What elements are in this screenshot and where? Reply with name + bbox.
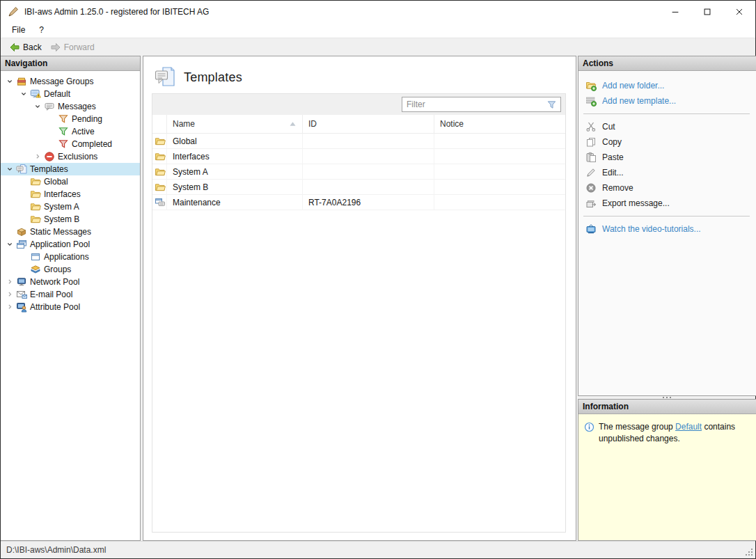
tree-label: Default (44, 89, 70, 99)
sidebar-item-system-a[interactable]: System A (1, 200, 140, 213)
sidebar-item-static-messages[interactable]: Static Messages (1, 226, 140, 238)
sidebar-item-pending[interactable]: Pending (1, 113, 140, 125)
table-row[interactable]: System A (152, 164, 565, 180)
table-row[interactable]: System B (152, 180, 565, 195)
filter-input[interactable] (402, 100, 546, 109)
tree-label: Groups (44, 265, 71, 274)
static-messages-icon (16, 226, 27, 237)
back-arrow-icon (9, 42, 20, 53)
tree-label: Messages (58, 102, 96, 111)
minimize-icon (670, 7, 680, 17)
paste-action[interactable]: Paste (578, 150, 756, 165)
forward-arrow-icon (50, 42, 61, 53)
remove-icon (585, 182, 597, 194)
monitor-warning-icon (30, 88, 41, 100)
menu-file[interactable]: File (1, 22, 32, 38)
table-row[interactable]: Interfaces (152, 149, 565, 164)
action-label: Edit... (602, 168, 624, 178)
forward-button[interactable]: Forward (46, 40, 99, 55)
tree-label: Network Pool (30, 277, 79, 287)
cut-icon (585, 121, 597, 132)
header-name-column[interactable]: Name (167, 115, 303, 133)
add-folder-icon (585, 80, 597, 91)
minimize-button[interactable] (659, 1, 691, 22)
action-label: Add new folder... (602, 81, 664, 90)
tree-label: Attribute Pool (30, 302, 80, 312)
sidebar-item-attribute-pool[interactable]: Attribute Pool (1, 301, 140, 313)
data-file-path: D:\IBI-aws\Admin\Data.xml (6, 545, 106, 555)
action-label: Paste (602, 152, 624, 162)
add-new-folder-action[interactable]: Add new folder... (578, 78, 756, 93)
folder-icon (30, 189, 41, 200)
maximize-icon (702, 7, 712, 17)
tree-label: System A (44, 202, 79, 212)
column-label: ID (308, 119, 317, 129)
sidebar-item-active[interactable]: Active (1, 125, 140, 138)
chevron-down-icon[interactable] (5, 77, 15, 86)
table-row[interactable]: Maintenance RT-7A0A2196 (152, 195, 565, 210)
menu-help[interactable]: ? (32, 22, 51, 38)
folder-icon (155, 182, 166, 193)
sidebar-item-default[interactable]: Default (1, 88, 140, 100)
info-icon (584, 422, 594, 432)
add-new-template-action[interactable]: Add new template... (578, 93, 756, 109)
navigation-header: Navigation (1, 56, 140, 71)
remove-action[interactable]: Remove (578, 180, 756, 196)
sidebar-item-network-pool[interactable]: Network Pool (1, 276, 140, 288)
tree-label: Applications (44, 252, 89, 262)
header-notice-column[interactable]: Notice (434, 115, 565, 133)
header-id-column[interactable]: ID (303, 115, 434, 133)
chevron-down-icon[interactable] (5, 239, 15, 249)
chevron-down-icon[interactable] (19, 89, 29, 99)
sidebar-item-groups[interactable]: Groups (1, 263, 140, 276)
table-row[interactable]: Global (152, 134, 565, 149)
sidebar-item-applications[interactable]: Applications (1, 251, 140, 263)
row-name: Global (167, 134, 303, 148)
resize-grip[interactable] (751, 549, 753, 550)
chevron-down-icon[interactable] (5, 164, 15, 174)
maximize-button[interactable] (691, 1, 723, 22)
sidebar-item-application-pool[interactable]: Application Pool (1, 238, 140, 251)
sidebar-item-interfaces[interactable]: Interfaces (1, 188, 140, 200)
sidebar-item-message-groups[interactable]: Message Groups (1, 75, 140, 88)
filter-field[interactable] (402, 97, 561, 112)
column-label: Notice (440, 119, 464, 129)
content-panel: Templates Name ID Notice (143, 56, 576, 541)
folder-icon (30, 176, 41, 187)
export-message-action[interactable]: Export message... (578, 196, 756, 211)
actions-header: Actions (578, 56, 756, 71)
header-icon-column[interactable] (152, 115, 167, 133)
sidebar-item-system-b[interactable]: System B (1, 213, 140, 226)
tree-label: Pending (72, 114, 102, 124)
default-group-link[interactable]: Default (675, 422, 702, 432)
edit-action[interactable]: Edit... (578, 165, 756, 180)
close-button[interactable] (723, 1, 755, 22)
chevron-right-icon[interactable] (33, 152, 42, 162)
tree-label: Static Messages (30, 227, 91, 237)
tree-label: Templates (30, 164, 68, 174)
chevron-right-icon[interactable] (5, 302, 15, 312)
video-tutorials-action[interactable]: Watch the video-tutorials... (578, 221, 756, 237)
sidebar-item-completed[interactable]: Completed (1, 138, 140, 150)
sidebar-item-exclusions[interactable]: Exclusions (1, 150, 140, 163)
sidebar-item-templates[interactable]: Templates (1, 163, 140, 175)
sidebar-item-email-pool[interactable]: E-mail Pool (1, 288, 140, 301)
chevron-right-icon[interactable] (5, 290, 15, 299)
export-icon (585, 198, 597, 209)
chevron-down-icon[interactable] (33, 102, 42, 111)
tree-label: Global (44, 177, 68, 187)
action-label: Add new template... (602, 96, 676, 106)
sidebar-item-messages[interactable]: Messages (1, 100, 140, 113)
row-id (303, 134, 434, 148)
navigation-tree: Message Groups Default Messages Pending (1, 71, 140, 313)
information-header: Information (578, 400, 756, 414)
information-panel: Information The message group Default co… (578, 399, 756, 541)
filter-funnel-icon[interactable] (546, 100, 557, 110)
cut-action[interactable]: Cut (578, 119, 756, 134)
chevron-right-icon[interactable] (5, 277, 15, 287)
actions-panel: Actions Add new folder... Add new templa… (578, 56, 756, 396)
copy-action[interactable]: Copy (578, 134, 756, 150)
menu-bar: File ? (1, 22, 755, 38)
sidebar-item-global[interactable]: Global (1, 175, 140, 188)
back-button[interactable]: Back (5, 40, 46, 55)
